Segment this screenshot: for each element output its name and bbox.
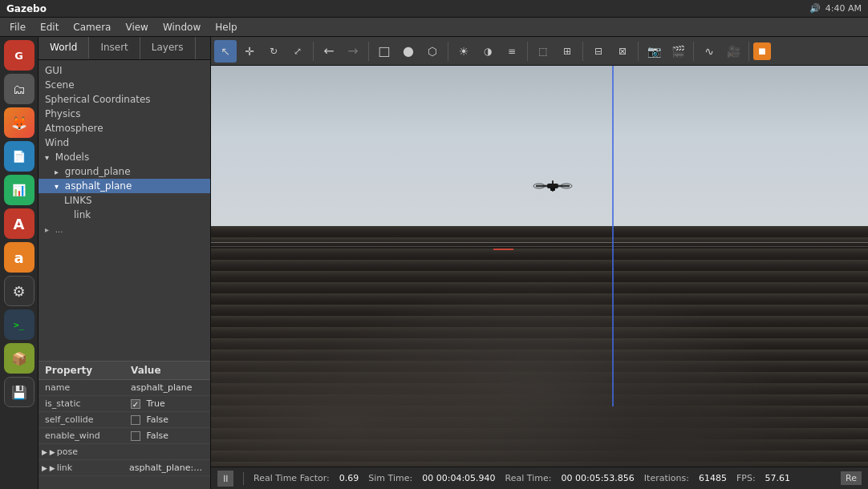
point-light-btn[interactable]: ☀ — [452, 40, 475, 63]
cylinder-shape-btn[interactable]: ⬡ — [421, 40, 444, 63]
box-icon[interactable]: 📦 — [4, 343, 34, 374]
app-store-icon[interactable]: A — [4, 208, 34, 239]
re-button[interactable]: Re — [841, 471, 862, 485]
directional-light-btn[interactable]: ≡ — [501, 40, 523, 63]
fps-label: FPS: — [736, 473, 756, 483]
files-icon[interactable]: 🗂 — [4, 74, 34, 104]
save-icon[interactable]: 💾 — [4, 377, 34, 407]
prop-row-is-static[interactable]: is_static ✓ True — [39, 396, 210, 412]
prop-is-static-value: ✓ True — [124, 396, 210, 411]
titlebar: Gazebo 🔊 4:40 AM — [0, 0, 868, 18]
prop-link-label: ▶link — [39, 460, 123, 475]
svg-rect-5 — [550, 188, 555, 191]
fps-value: 57.61 — [765, 473, 791, 483]
align-btn[interactable]: ⊟ — [587, 40, 610, 63]
prop-self-collide-label: self_collide — [39, 412, 124, 427]
scale-tool-btn[interactable]: ⤢ — [286, 40, 309, 63]
vertical-blue-line — [612, 66, 614, 406]
tree-item-atmosphere[interactable]: Atmosphere — [39, 121, 210, 135]
menu-window[interactable]: Window — [156, 20, 207, 34]
screenshot-btn[interactable]: 📷 — [643, 40, 665, 63]
prop-self-collide-value: False — [124, 412, 210, 427]
sim-time-value: 00 00:04:05.940 — [422, 473, 495, 483]
copy-btn[interactable]: ⬚ — [532, 40, 554, 63]
real-time-label: Real Time: — [505, 473, 552, 483]
sim-time-label: Sim Time: — [368, 473, 412, 483]
clock: 4:40 AM — [825, 3, 862, 14]
tree-item-link[interactable]: link — [39, 208, 210, 222]
toolbar-sep-5 — [582, 42, 583, 61]
menu-camera[interactable]: Camera — [67, 20, 117, 34]
undo-btn[interactable]: ← — [318, 40, 340, 63]
tree-item-links[interactable]: LINKS — [39, 193, 210, 208]
spot-light-btn[interactable]: ◑ — [477, 40, 499, 63]
statusbar: ⏸ Real Time Factor: 0.69 Sim Time: 00 00… — [211, 467, 868, 489]
app-sidebar: G 🗂 🦊 📄 📊 A a ⚙ >_ 📦 💾 — [0, 37, 39, 489]
prop-link-value: asphalt_plane::link — [123, 460, 210, 475]
prop-pose-value — [123, 444, 210, 459]
select-tool-btn[interactable]: ↖ — [214, 40, 237, 63]
box-shape-btn[interactable]: □ — [373, 40, 395, 63]
paste-btn[interactable]: ⊞ — [556, 40, 578, 63]
redo-btn[interactable]: → — [342, 40, 364, 63]
main-layout: G 🗂 🦊 📄 📊 A a ⚙ >_ 📦 💾 World Insert Laye… — [0, 37, 868, 489]
drone-model — [533, 178, 573, 194]
prop-row-link[interactable]: ▶link asphalt_plane::link — [39, 460, 210, 476]
menu-help[interactable]: Help — [209, 20, 243, 34]
tree-item-wind[interactable]: Wind — [39, 135, 210, 150]
tree-item-gui[interactable]: GUI — [39, 63, 210, 78]
amazon-icon[interactable]: a — [4, 242, 34, 273]
indicator-btn[interactable]: ■ — [753, 42, 771, 60]
prop-pose-label: ▶pose — [39, 444, 123, 459]
tree-item-ground-plane[interactable]: ▸ ground_plane — [39, 164, 210, 179]
left-panel: World Insert Layers GUI Scene Spherical … — [39, 37, 211, 489]
prop-enable-wind-label: enable_wind — [39, 428, 124, 443]
toolbar-sep-8 — [748, 42, 749, 61]
prop-name-value: asphalt_plane — [124, 380, 210, 395]
tab-insert[interactable]: Insert — [89, 37, 140, 59]
pause-button[interactable]: ⏸ — [217, 471, 233, 487]
tree-item-expandable[interactable]: ▸ ... — [39, 222, 210, 236]
toolbar-sep-1 — [313, 42, 314, 61]
plot-btn[interactable]: ∿ — [698, 40, 720, 63]
tree-item-physics[interactable]: Physics — [39, 107, 210, 121]
prop-row-enable-wind[interactable]: enable_wind False — [39, 428, 210, 444]
sphere-shape-btn[interactable]: ● — [397, 40, 420, 63]
self-collide-checkbox[interactable] — [131, 415, 140, 425]
toolbar: ↖ ✛ ↻ ⤢ ← → □ ● ⬡ ☀ ◑ ≡ ⬚ ⊞ ⊟ ⊠ 📷 🎬 ∿ — [211, 37, 868, 66]
prop-row-name[interactable]: name asphalt_plane — [39, 380, 210, 396]
gazebo-icon[interactable]: G — [4, 40, 34, 71]
prop-row-self-collide[interactable]: self_collide False — [39, 412, 210, 428]
tab-world[interactable]: World — [39, 37, 89, 59]
translate-tool-btn[interactable]: ✛ — [238, 40, 261, 63]
menubar: File Edit Camera View Window Help — [0, 18, 868, 37]
red-indicator-line — [493, 249, 513, 250]
record-btn[interactable]: 🎬 — [667, 40, 689, 63]
terminal-icon[interactable]: >_ — [4, 309, 34, 340]
tree-item-spherical-coordinates[interactable]: Spherical Coordinates — [39, 92, 210, 107]
tree-item-asphalt-plane[interactable]: ▾ asphalt_plane — [39, 179, 210, 193]
viewport: ↖ ✛ ↻ ⤢ ← → □ ● ⬡ ☀ ◑ ≡ ⬚ ⊞ ⊟ ⊠ 📷 🎬 ∿ — [211, 37, 868, 489]
video-btn[interactable]: 🎥 — [722, 40, 744, 63]
real-time-value: 00 00:05:53.856 — [561, 473, 634, 483]
align2-btn[interactable]: ⊠ — [611, 40, 634, 63]
tab-layers[interactable]: Layers — [140, 37, 196, 59]
properties-header: Property Value — [39, 362, 210, 380]
tree-item-models[interactable]: ▾ Models — [39, 150, 210, 164]
tree-item-scene[interactable]: Scene — [39, 78, 210, 92]
menu-edit[interactable]: Edit — [34, 20, 65, 34]
firefox-icon[interactable]: 🦊 — [4, 107, 34, 138]
is-static-checkbox[interactable]: ✓ — [131, 399, 140, 409]
viewport-canvas[interactable] — [211, 66, 868, 467]
settings-icon[interactable]: ⚙ — [4, 276, 34, 306]
sky-background — [211, 66, 868, 246]
enable-wind-checkbox[interactable] — [131, 431, 140, 441]
prop-row-pose[interactable]: ▶pose — [39, 444, 210, 460]
menu-view[interactable]: View — [119, 20, 154, 34]
rotate-tool-btn[interactable]: ↻ — [262, 40, 285, 63]
menu-file[interactable]: File — [3, 20, 32, 34]
spreadsheet-icon[interactable]: 📊 — [4, 175, 34, 205]
titlebar-controls: 🔊 4:40 AM — [809, 3, 862, 14]
text-editor-icon[interactable]: 📄 — [4, 141, 34, 172]
world-tree: GUI Scene Spherical Coordinates Physics … — [39, 60, 210, 361]
